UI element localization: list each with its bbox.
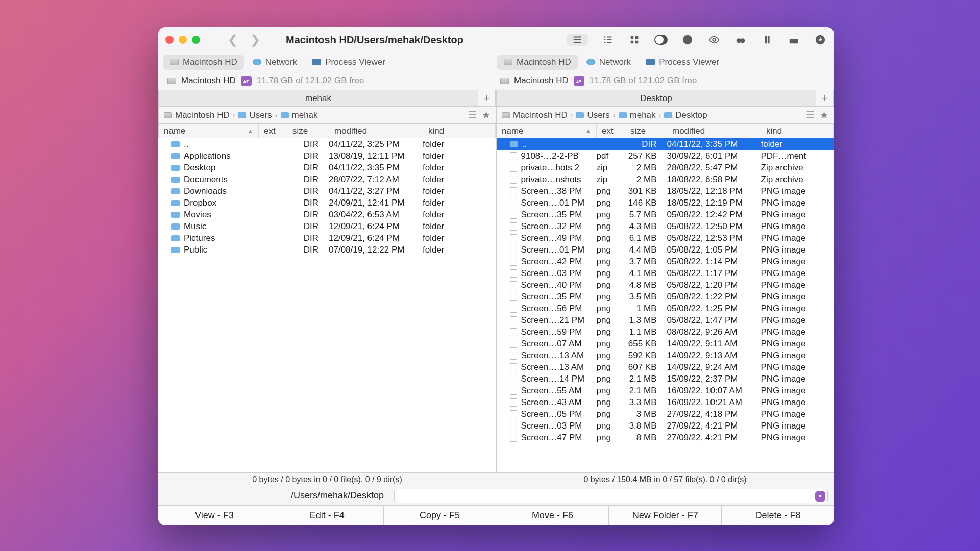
tab-process-viewer[interactable]: Process Viewer — [640, 55, 726, 70]
favorite-icon[interactable]: ★ — [820, 109, 828, 121]
tab-network[interactable]: Network — [246, 55, 304, 70]
file-row[interactable]: DesktopDIR04/11/22, 3:35 PMfolder — [158, 162, 496, 173]
drive-picker-button[interactable]: ▴▾ — [574, 76, 584, 86]
file-size: 3.5 MB — [620, 292, 662, 302]
file-row[interactable]: private…nshotszip2 MB18/08/22, 6:58 PMZi… — [497, 173, 835, 185]
file-row[interactable]: Screen….01 PMpng146 KB18/05/22, 12:19 PM… — [497, 197, 835, 209]
file-row[interactable]: Screen…55 AMpng2.1 MB16/09/22, 10:07 AMP… — [497, 385, 835, 396]
file-row[interactable]: Screen…35 PMpng3.5 MB05/08/22, 1:22 PMPN… — [497, 291, 835, 303]
left-file-list[interactable]: ..DIR04/11/22, 3:25 PMfolderApplications… — [158, 138, 497, 472]
left-headers: name▲ ext size modified kind — [158, 124, 496, 138]
list-mode-icon[interactable]: ☰ — [806, 109, 815, 121]
path-history-button[interactable]: ▾ — [815, 491, 825, 502]
file-row[interactable]: MusicDIR12/09/21, 6:24 PMfolder — [158, 220, 496, 232]
forward-button[interactable]: ❯ — [250, 33, 260, 47]
titlebar: ❮ ❯ Macintosh HD/Users/mehak/Desktop — [158, 27, 834, 53]
file-row[interactable]: Screen….14 PMpng2.1 MB15/09/22, 2:37 PMP… — [497, 373, 835, 385]
back-button[interactable]: ❮ — [228, 33, 238, 47]
col-size[interactable]: size — [625, 124, 667, 138]
file-row[interactable]: Screen…47 PMpng8 MB27/09/22, 4:21 PMPNG … — [497, 432, 835, 443]
list-mode-icon[interactable]: ☰ — [468, 109, 477, 121]
file-row[interactable]: ApplicationsDIR13/08/19, 12:11 PMfolder — [158, 150, 496, 162]
file-row[interactable]: private…hots 2zip2 MB28/08/22, 5:47 PMZi… — [497, 162, 835, 173]
move-button[interactable]: Move - F6 — [496, 506, 609, 525]
file-row[interactable]: Screen…43 AMpng3.3 MB16/09/22, 10:21 AMP… — [497, 396, 835, 408]
col-modified[interactable]: modified — [667, 124, 761, 138]
breadcrumb-item[interactable]: mehak — [619, 110, 656, 120]
tab-network[interactable]: Network — [580, 55, 638, 70]
col-modified[interactable]: modified — [329, 124, 423, 138]
server-icon[interactable] — [787, 34, 800, 46]
minimize-icon[interactable] — [179, 36, 187, 44]
file-row[interactable]: Screen….13 AMpng607 KB14/09/22, 9:24 AMP… — [497, 361, 835, 373]
file-row[interactable]: DocumentsDIR28/07/22, 7:12 AMfolder — [158, 173, 496, 185]
folder-tab[interactable]: mehak — [159, 90, 478, 106]
add-tab-button[interactable]: + — [478, 90, 496, 106]
info-icon[interactable] — [681, 34, 694, 46]
breadcrumb-item[interactable]: Macintosh HD — [164, 110, 230, 120]
add-tab-button[interactable]: + — [816, 90, 834, 106]
file-row[interactable]: Screen…56 PMpng1 MB05/08/22, 1:25 PMPNG … — [497, 303, 835, 314]
favorite-icon[interactable]: ★ — [482, 109, 491, 121]
file-icon — [510, 258, 517, 266]
file-row[interactable]: Screen…38 PMpng301 KB18/05/22, 12:18 PMP… — [497, 185, 835, 197]
binoculars-icon[interactable] — [734, 34, 747, 46]
col-kind[interactable]: kind — [423, 124, 496, 138]
file-row[interactable]: Screen…05 PMpng3 MB27/09/22, 4:18 PMPNG … — [497, 408, 835, 420]
file-row[interactable]: 9108-…2-2-PBpdf257 KB30/09/22, 6:01 PMPD… — [497, 150, 835, 162]
right-file-list[interactable]: ..DIR04/11/22, 3:35 PMfolder9108-…2-2-PB… — [497, 138, 835, 472]
hidden-toggle[interactable] — [654, 34, 668, 46]
breadcrumb-item[interactable]: mehak — [281, 110, 318, 120]
file-row[interactable]: Screen…59 PMpng1.1 MB08/08/22, 9:26 AMPN… — [497, 326, 835, 338]
folder-tab[interactable]: Desktop — [497, 90, 816, 106]
file-row[interactable]: Screen…40 PMpng4.8 MB05/08/22, 1:20 PMPN… — [497, 279, 835, 291]
view-button[interactable]: View - F3 — [158, 506, 271, 525]
col-size[interactable]: size — [287, 124, 329, 138]
col-ext[interactable]: ext — [259, 124, 287, 138]
col-ext[interactable]: ext — [597, 124, 625, 138]
tab-process-viewer[interactable]: Process Viewer — [306, 55, 392, 70]
view-grid-icon[interactable] — [628, 34, 641, 46]
breadcrumb-item[interactable]: Users — [238, 110, 272, 120]
file-row[interactable]: DownloadsDIR04/11/22, 3:27 PMfolder — [158, 185, 496, 197]
file-row[interactable]: PicturesDIR12/09/21, 6:24 PMfolder — [158, 232, 496, 244]
file-row[interactable]: Screen…07 AMpng655 KB14/09/22, 9:11 AMPN… — [497, 338, 835, 349]
download-icon[interactable] — [814, 34, 827, 46]
new-folder-button[interactable]: New Folder - F7 — [609, 506, 722, 525]
file-row[interactable]: Screen…32 PMpng4.3 MB05/08/22, 12:50 PMP… — [497, 220, 835, 232]
fullscreen-icon[interactable] — [192, 36, 200, 44]
breadcrumb-item[interactable]: Macintosh HD — [502, 110, 568, 120]
col-kind[interactable]: kind — [761, 124, 834, 138]
breadcrumb-item[interactable]: Desktop — [664, 110, 707, 120]
file-row[interactable]: DropboxDIR24/09/21, 12:41 PMfolder — [158, 197, 496, 209]
file-row[interactable]: MoviesDIR03/04/22, 6:53 AMfolder — [158, 209, 496, 220]
file-ext: png — [592, 257, 620, 267]
col-name[interactable]: name▲ — [497, 124, 597, 138]
tab-macintosh-hd[interactable]: Macintosh HD — [163, 55, 244, 70]
file-row[interactable]: ..DIR04/11/22, 3:25 PMfolder — [158, 138, 496, 150]
view-list-icon[interactable] — [567, 34, 588, 46]
eject-icon[interactable] — [761, 34, 774, 46]
file-row[interactable]: Screen…03 PMpng3.8 MB27/09/22, 4:21 PMPN… — [497, 420, 835, 432]
file-row[interactable]: Screen….13 AMpng592 KB14/09/22, 9:13 AMP… — [497, 349, 835, 361]
file-row[interactable]: Screen…42 PMpng3.7 MB05/08/22, 1:14 PMPN… — [497, 256, 835, 267]
file-row[interactable]: Screen…35 PMpng5.7 MB05/08/22, 12:42 PMP… — [497, 209, 835, 220]
file-row[interactable]: PublicDIR07/08/19, 12:22 PMfolder — [158, 244, 496, 256]
close-icon[interactable] — [165, 36, 174, 44]
file-row[interactable]: Screen….01 PMpng4.4 MB05/08/22, 1:05 PMP… — [497, 244, 835, 256]
tab-macintosh-hd[interactable]: Macintosh HD — [497, 55, 578, 70]
breadcrumb-item[interactable]: Users — [576, 110, 609, 120]
file-row[interactable]: Screen….21 PMpng1.3 MB05/08/22, 1:47 PMP… — [497, 314, 835, 326]
file-row[interactable]: Screen…49 PMpng6.1 MB05/08/22, 12:53 PMP… — [497, 232, 835, 244]
quicklook-icon[interactable] — [707, 34, 721, 46]
drive-picker-button[interactable]: ▴▾ — [241, 76, 252, 86]
delete-button[interactable]: Delete - F8 — [722, 506, 834, 525]
copy-button[interactable]: Copy - F5 — [384, 506, 497, 525]
left-status: 0 bytes / 0 bytes in 0 / 0 file(s). 0 / … — [158, 473, 496, 486]
file-row[interactable]: ..DIR04/11/22, 3:35 PMfolder — [497, 138, 835, 150]
view-columns-icon[interactable] — [601, 34, 615, 46]
edit-button[interactable]: Edit - F4 — [271, 506, 384, 525]
file-row[interactable]: Screen…03 PMpng4.1 MB05/08/22, 1:17 PMPN… — [497, 267, 835, 279]
path-input[interactable]: ▾ — [394, 489, 828, 503]
col-name[interactable]: name▲ — [159, 124, 259, 138]
